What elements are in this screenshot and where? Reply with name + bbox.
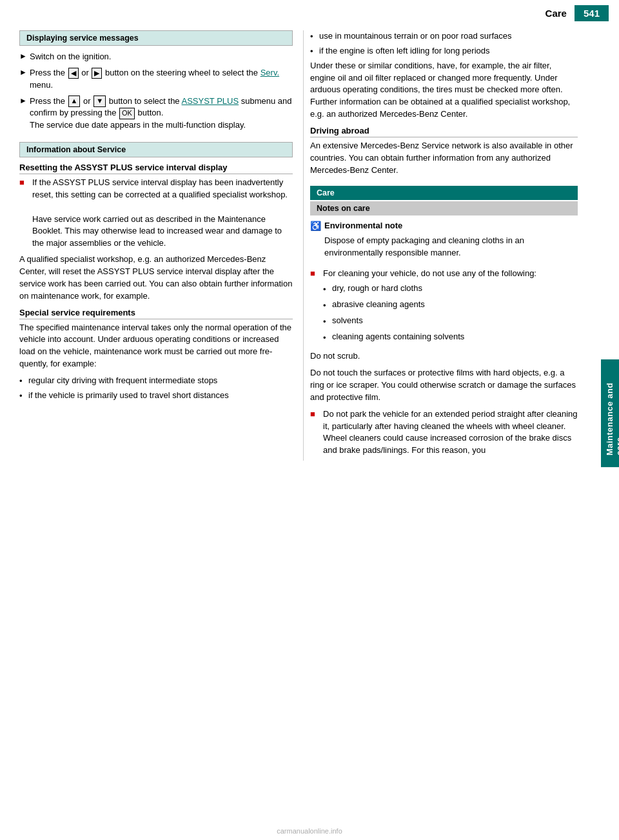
heading-driving-abroad: Driving abroad	[310, 126, 578, 137]
step3-or: or	[83, 96, 93, 106]
warn3-text: Do not park the vehicle for an extended …	[323, 408, 578, 457]
ok-button-inline: OK	[119, 108, 135, 119]
assyst-plus-link: ASSYST PLUS	[182, 96, 239, 106]
step1-text: Switch on the ignition.	[30, 51, 293, 63]
clean-bullet-dot-4: •	[323, 331, 332, 345]
clean-bullet-dot-2: •	[323, 299, 332, 312]
right-bullet1-item: • use in mountainous terrain or on poor …	[310, 30, 578, 43]
arrow-bullet-3: ►	[19, 95, 30, 105]
box-care: Care	[310, 186, 578, 200]
clean-bullet2-text: abrasive cleaning agents	[332, 299, 578, 311]
page-number: 541	[575, 5, 609, 21]
right-para1: Under these or similar conditions, have,…	[310, 60, 578, 121]
header-title: Care	[545, 8, 567, 19]
env-note-content: Environmental note	[324, 221, 402, 230]
warning-icon-1: ■	[19, 177, 32, 187]
clean-bullet1-item: • dry, rough or hard cloths	[323, 283, 578, 296]
bullet1-item: • regular city driving with frequent int…	[19, 375, 293, 387]
arrow-bullet-2: ►	[19, 67, 30, 77]
step3-pre: Press the	[30, 96, 65, 106]
watermark: carmanualonline.info	[277, 827, 342, 835]
bullet1-text: regular city driving with frequent inter…	[28, 375, 293, 387]
box-displaying-messages: Displaying service messages	[19, 30, 293, 46]
warn2-text: For cleaning your vehicle, do not use an…	[323, 268, 578, 346]
right-bullet2-item: • if the engine is often left idling for…	[310, 45, 578, 57]
clean-bullet3-text: solvents	[332, 315, 578, 327]
box-info-service: Information about Service	[19, 142, 293, 157]
clean-bullet-dot-3: •	[323, 315, 332, 328]
right-bullet1-text: use in mountainous terrain or on poor ro…	[319, 30, 578, 43]
down-arrow-key: ▼	[93, 95, 106, 106]
right-column: • use in mountainous terrain or on poor …	[303, 30, 601, 461]
left-column: Displaying service messages ► Switch on …	[0, 30, 303, 461]
step1-item: ► Switch on the ignition.	[19, 51, 293, 63]
step3-note: The service due date appears in the mult…	[30, 120, 246, 130]
right-bullet-dot-2: •	[310, 45, 319, 56]
step2-or: or	[81, 68, 89, 77]
right-bullet-dot-1: •	[310, 30, 319, 41]
warning-icon-3: ■	[310, 408, 323, 419]
step3-btn-post: button.	[138, 108, 164, 117]
step2-text: Press the ◀ or ▶ button on the steering …	[30, 67, 293, 92]
arrow-bullet-1: ►	[19, 51, 30, 61]
left-arrow-key: ◀	[68, 68, 79, 79]
para-touch: Do not touch the surfaces or protective …	[310, 367, 578, 404]
step2-menu-post: menu.	[30, 80, 53, 90]
bullet2-text: if the vehicle is primarily used to trav…	[28, 390, 293, 402]
warn2-item: ■ For cleaning your vehicle, do not use …	[310, 268, 578, 346]
step3-post: button to select the	[109, 96, 180, 106]
env-note-text: Dispose of empty packaging and cleaning …	[324, 235, 578, 259]
bullet-dot-2: •	[19, 390, 28, 401]
clean-bullet1-text: dry, rough or hard cloths	[332, 283, 578, 295]
env-label: Environmental note	[324, 221, 402, 230]
para2: The specified maintenance interval takes…	[19, 322, 293, 370]
clean-bullet4-item: • cleaning agents containing solvents	[323, 331, 578, 345]
up-arrow-key: ▲	[68, 95, 81, 106]
box-notes-on-care: Notes on care	[310, 201, 578, 215]
warn1-text: If the ASSYST PLUS service interval disp…	[32, 177, 293, 250]
para-driving: An extensive Mercedes-Benz Service netwo…	[310, 140, 578, 177]
step3-text: Press the ▲ or ▼ button to select the AS…	[30, 95, 293, 132]
step3-item: ► Press the ▲ or ▼ button to select the …	[19, 95, 293, 132]
do-not-scrub: Do not scrub.	[310, 350, 578, 363]
step2-post: button on the steering wheel to select t…	[105, 68, 258, 77]
step2-item: ► Press the ◀ or ▶ button on the steerin…	[19, 67, 293, 92]
clean-bullet2-item: • abrasive cleaning agents	[323, 299, 578, 312]
serv-menu-link: Serv.	[260, 68, 279, 77]
bullet-dot-1: •	[19, 375, 28, 386]
heading-special: Special service requirements	[19, 308, 293, 319]
env-note-row: ♿ Environmental note	[310, 221, 578, 231]
right-bullet2-text: if the engine is often left idling for l…	[319, 45, 578, 57]
header-bar: Care 541	[0, 0, 619, 24]
recycle-icon: ♿	[310, 221, 324, 231]
step2-pre: Press the	[30, 68, 65, 77]
para1: A qualified specialist workshop, e.g. an…	[19, 254, 293, 302]
bullet2-item: • if the vehicle is primarily used to tr…	[19, 390, 293, 402]
clean-bullet-dot-1: •	[323, 283, 332, 296]
clean-bullet3-item: • solvents	[323, 315, 578, 328]
heading-resetting: Resetting the ASSYST PLUS service interv…	[19, 163, 293, 174]
right-arrow-key: ▶	[92, 68, 102, 79]
warning-icon-2: ■	[310, 268, 323, 278]
main-content: Displaying service messages ► Switch on …	[0, 24, 619, 467]
clean-bullet4-text: cleaning agents containing solvents	[332, 331, 578, 343]
warn3-item: ■ Do not park the vehicle for an extende…	[310, 408, 578, 457]
warn1-item: ■ If the ASSYST PLUS service interval di…	[19, 177, 293, 250]
